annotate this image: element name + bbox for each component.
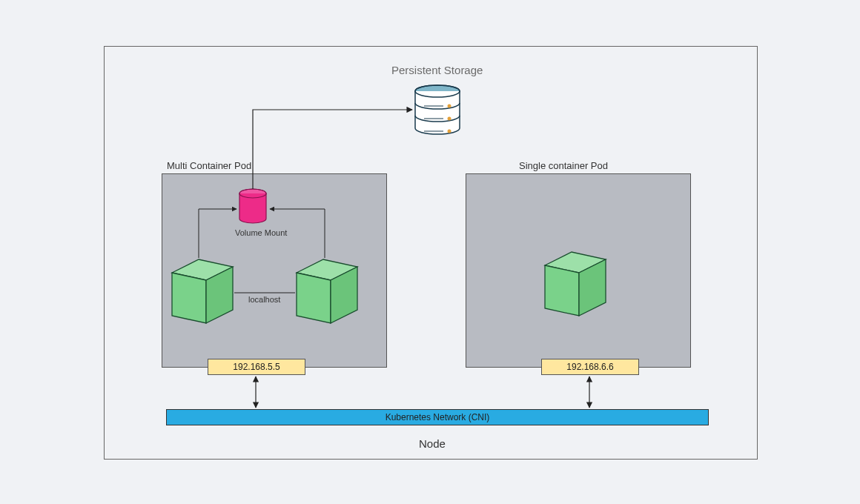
multi-pod-box [162,173,387,368]
cni-bar: Kubernetes Network (CNI) [166,409,709,425]
localhost-label: localhost [248,295,280,304]
persistent-storage-title: Persistent Storage [391,64,483,76]
volume-mount-label: Volume Mount [235,228,287,237]
multi-pod-title: Multi Container Pod [167,160,251,171]
single-pod-title: Single container Pod [519,160,608,171]
multi-pod-ip: 192.168.5.5 [208,359,305,375]
node-label: Node [419,437,446,450]
single-pod-ip: 192.168.6.6 [541,359,639,375]
diagram-canvas: Persistent Storage Multi Container Pod S… [0,0,860,504]
single-pod-box [466,173,691,368]
